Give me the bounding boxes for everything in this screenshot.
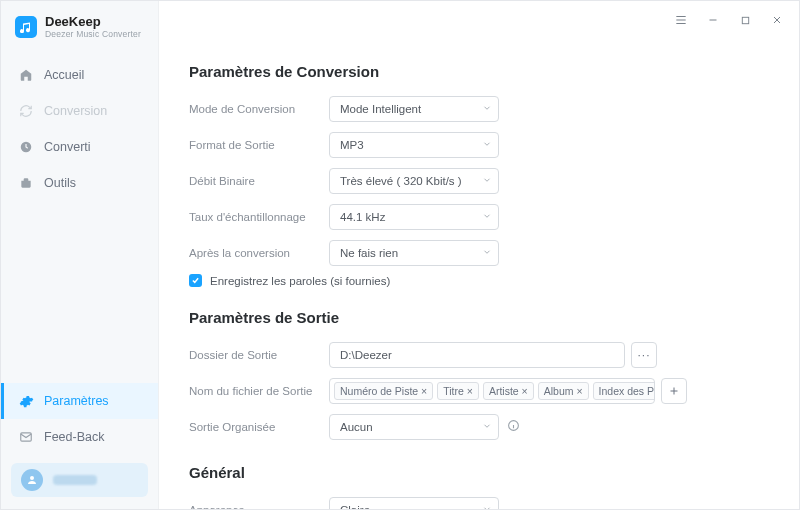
sidebar-nav: Accueil Conversion Converti Outils xyxy=(1,57,158,201)
tag-album[interactable]: Album × xyxy=(538,382,589,400)
profile-name-blurred xyxy=(53,475,97,485)
tag-track-number[interactable]: Numéro de Piste × xyxy=(334,382,433,400)
chevron-down-icon xyxy=(482,175,492,187)
label-folder: Dossier de Sortie xyxy=(189,349,329,361)
brand: DeeKeep Deezer Music Converter xyxy=(1,1,158,53)
gear-icon xyxy=(18,393,34,409)
avatar-icon xyxy=(21,469,43,491)
app-subtitle: Deezer Music Converter xyxy=(45,30,141,39)
select-value: MP3 xyxy=(340,139,364,151)
sidebar-item-settings[interactable]: Paramètres xyxy=(1,383,158,419)
label-bitrate: Débit Binaire xyxy=(189,175,329,187)
sidebar-item-tools[interactable]: Outils xyxy=(1,165,158,201)
sidebar-item-converted[interactable]: Converti xyxy=(1,129,158,165)
chevron-down-icon xyxy=(482,139,492,151)
home-icon xyxy=(18,67,34,83)
label-organized: Sortie Organisée xyxy=(189,421,329,433)
sidebar-item-conversion[interactable]: Conversion xyxy=(1,93,158,129)
sidebar-item-label: Paramètres xyxy=(44,394,109,408)
select-value: Très élevé ( 320 Kbit/s ) xyxy=(340,175,462,187)
label-format: Format de Sortie xyxy=(189,139,329,151)
sidebar-item-label: Accueil xyxy=(44,68,84,82)
select-value: Ne fais rien xyxy=(340,247,398,259)
tag-title[interactable]: Titre × xyxy=(437,382,479,400)
label-samplerate: Taux d'échantillonnage xyxy=(189,211,329,223)
refresh-icon xyxy=(18,103,34,119)
svg-rect-3 xyxy=(742,17,748,23)
sidebar-item-label: Outils xyxy=(44,176,76,190)
mail-icon xyxy=(18,429,34,445)
section-title-conversion: Paramètres de Conversion xyxy=(189,63,769,80)
checkbox-label: Enregistrez les paroles (si fournies) xyxy=(210,275,390,287)
input-value: D:\Deezer xyxy=(340,349,392,361)
chevron-down-icon xyxy=(482,211,492,223)
sidebar-item-home[interactable]: Accueil xyxy=(1,57,158,93)
sidebar: DeeKeep Deezer Music Converter Accueil C… xyxy=(1,1,159,509)
chevron-down-icon xyxy=(482,103,492,115)
tag-playlist-index[interactable]: Index des Playli xyxy=(593,382,655,400)
browse-button[interactable]: ··· xyxy=(631,342,657,368)
info-icon[interactable] xyxy=(507,418,520,436)
section-output: Paramètres de Sortie Dossier de Sortie D… xyxy=(189,309,769,442)
select-samplerate[interactable]: 44.1 kHz xyxy=(329,204,499,230)
label-after: Après la conversion xyxy=(189,247,329,259)
maximize-icon[interactable] xyxy=(735,10,755,30)
sidebar-item-label: Conversion xyxy=(44,104,107,118)
select-value: Claire xyxy=(340,504,370,509)
tag-artist[interactable]: Artiste × xyxy=(483,382,534,400)
section-conversion: Paramètres de Conversion Mode de Convers… xyxy=(189,63,769,287)
sidebar-item-label: Converti xyxy=(44,140,91,154)
window-controls xyxy=(671,1,799,39)
label-filename: Nom du fichier de Sortie xyxy=(189,385,329,397)
select-value: 44.1 kHz xyxy=(340,211,385,223)
section-general: Général Apparence Claire xyxy=(189,464,769,509)
select-bitrate[interactable]: Très élevé ( 320 Kbit/s ) xyxy=(329,168,499,194)
close-icon[interactable] xyxy=(767,10,787,30)
app-logo-icon xyxy=(15,16,37,38)
select-value: Aucun xyxy=(340,421,373,433)
label-mode: Mode de Conversion xyxy=(189,103,329,115)
chevron-down-icon xyxy=(482,247,492,259)
select-value: Mode Intelligent xyxy=(340,103,421,115)
svg-point-2 xyxy=(30,476,34,480)
chevron-down-icon xyxy=(482,421,492,433)
select-format[interactable]: MP3 xyxy=(329,132,499,158)
minimize-icon[interactable] xyxy=(703,10,723,30)
select-organized[interactable]: Aucun xyxy=(329,414,499,440)
profile-chip[interactable] xyxy=(11,463,148,497)
chevron-down-icon xyxy=(482,504,492,509)
select-mode[interactable]: Mode Intelligent xyxy=(329,96,499,122)
select-after[interactable]: Ne fais rien xyxy=(329,240,499,266)
sidebar-item-label: Feed-Back xyxy=(44,430,104,444)
toolbox-icon xyxy=(18,175,34,191)
add-tag-button[interactable] xyxy=(661,378,687,404)
filename-tagbox[interactable]: Numéro de Piste × Titre × Artiste × Albu… xyxy=(329,378,655,404)
input-output-folder[interactable]: D:\Deezer xyxy=(329,342,625,368)
main-content: Paramètres de Conversion Mode de Convers… xyxy=(159,1,799,509)
checkbox-save-lyrics[interactable] xyxy=(189,274,202,287)
menu-icon[interactable] xyxy=(671,10,691,30)
section-title-general: Général xyxy=(189,464,769,481)
app-name: DeeKeep xyxy=(45,15,141,28)
sidebar-item-feedback[interactable]: Feed-Back xyxy=(1,419,158,455)
clock-icon xyxy=(18,139,34,155)
section-title-output: Paramètres de Sortie xyxy=(189,309,769,326)
label-appearance: Apparence xyxy=(189,504,329,509)
select-appearance[interactable]: Claire xyxy=(329,497,499,509)
